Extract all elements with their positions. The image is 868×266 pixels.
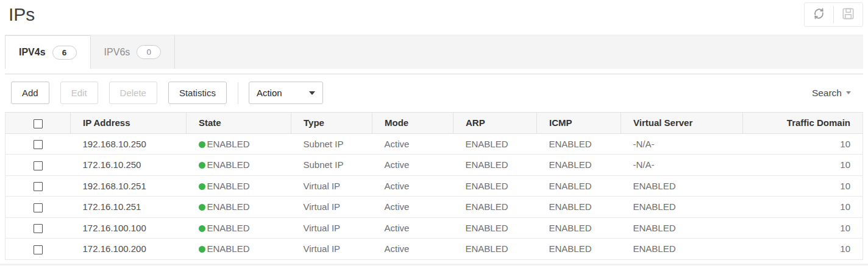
cell-arp: ENABLED — [454, 239, 537, 260]
cell-virtual-server: -N/A- — [621, 133, 743, 155]
cell-mode: Active — [372, 239, 454, 260]
table-row: 172.16.10.250 ENABLED Subnet IP Active E… — [5, 155, 863, 176]
edit-button[interactable]: Edit — [60, 82, 98, 104]
cell-traffic-domain: 10 — [743, 239, 863, 260]
cell-arp: ENABLED — [454, 155, 537, 176]
content-panel: Add Edit Delete Statistics Action Search… — [5, 74, 863, 260]
search-label: Search — [812, 88, 842, 99]
cell-traffic-domain: 10 — [743, 155, 863, 176]
save-icon — [841, 7, 855, 23]
cell-traffic-domain: 10 — [743, 133, 863, 155]
select-all-header — [5, 113, 71, 134]
cell-icmp: ENABLED — [537, 217, 621, 239]
state-enabled-dot — [199, 141, 205, 148]
cell-state: ENABLED — [187, 197, 291, 218]
cell-virtual-server: ENABLED — [621, 217, 743, 239]
cell-virtual-server: ENABLED — [621, 175, 743, 197]
search-toggle[interactable]: Search — [812, 88, 857, 99]
column-header-traffic-domain[interactable]: Traffic Domain — [743, 113, 863, 134]
add-button[interactable]: Add — [11, 82, 49, 104]
row-checkbox[interactable] — [34, 161, 43, 170]
search-chevron-down-icon — [846, 91, 851, 94]
ip-table: IP Address State Type Mode ARP ICMP Virt… — [5, 112, 863, 260]
table-row: 172.16.10.251 ENABLED Virtual IP Active … — [5, 197, 863, 218]
cell-state: ENABLED — [187, 175, 291, 197]
cell-type: Subnet IP — [291, 155, 372, 176]
action-dropdown[interactable]: Action — [249, 82, 323, 104]
column-header-ip-address[interactable]: IP Address — [71, 113, 187, 134]
cell-state: ENABLED — [187, 155, 291, 176]
cell-arp: ENABLED — [454, 197, 537, 218]
column-header-mode[interactable]: Mode — [372, 113, 454, 134]
state-enabled-dot — [199, 183, 205, 190]
table-row: 172.16.100.200 ENABLED Virtual IP Active… — [5, 239, 863, 260]
cell-mode: Active — [372, 197, 454, 218]
cell-type: Virtual IP — [291, 217, 372, 239]
save-button[interactable] — [834, 3, 863, 26]
select-all-checkbox[interactable] — [34, 119, 43, 128]
state-enabled-dot — [199, 162, 205, 169]
cell-ip-address: 172.16.10.250 — [71, 155, 187, 176]
cell-mode: Active — [372, 175, 454, 197]
chevron-down-icon — [309, 91, 315, 95]
state-enabled-dot — [199, 246, 205, 253]
refresh-icon — [812, 7, 826, 23]
row-checkbox[interactable] — [34, 140, 43, 149]
tab-ipv4s[interactable]: IPV4s 6 — [5, 35, 91, 69]
row-checkbox[interactable] — [34, 182, 43, 191]
column-header-arp[interactable]: ARP — [454, 113, 537, 134]
cell-traffic-domain: 10 — [743, 217, 863, 239]
cell-arp: ENABLED — [454, 217, 537, 239]
cell-ip-address: 172.16.10.251 — [71, 197, 187, 218]
cell-traffic-domain: 10 — [743, 197, 863, 218]
cell-type: Virtual IP — [291, 239, 372, 260]
row-checkbox[interactable] — [34, 245, 43, 254]
row-checkbox[interactable] — [34, 224, 43, 233]
cell-icmp: ENABLED — [537, 197, 621, 218]
toolbar: Add Edit Delete Statistics Action Search — [5, 74, 863, 112]
cell-arp: ENABLED — [454, 133, 537, 155]
cell-mode: Active — [372, 133, 454, 155]
tab-ipv6s-count-badge: 0 — [137, 45, 161, 59]
cell-state: ENABLED — [187, 217, 291, 239]
table-row: 192.168.10.250 ENABLED Subnet IP Active … — [5, 133, 863, 155]
cell-icmp: ENABLED — [537, 133, 621, 155]
toolbar-divider — [238, 82, 238, 104]
statistics-button[interactable]: Statistics — [168, 82, 227, 104]
column-header-type[interactable]: Type — [291, 113, 372, 134]
state-enabled-dot — [199, 204, 205, 211]
cell-icmp: ENABLED — [537, 155, 621, 176]
cell-traffic-domain: 10 — [743, 175, 863, 197]
tab-ipv4s-label: IPV4s — [19, 47, 46, 58]
cell-virtual-server: -N/A- — [621, 155, 743, 176]
table-header-row: IP Address State Type Mode ARP ICMP Virt… — [5, 113, 863, 134]
cell-icmp: ENABLED — [537, 175, 621, 197]
cell-state: ENABLED — [187, 239, 291, 260]
cell-ip-address: 192.168.10.251 — [71, 175, 187, 197]
tab-ipv6s-label: IPV6s — [104, 47, 130, 58]
page-title: IPs — [9, 2, 35, 26]
cell-arp: ENABLED — [454, 175, 537, 197]
table-row: 172.16.100.100 ENABLED Virtual IP Active… — [5, 217, 863, 239]
tab-strip: IPV4s 6 IPV6s 0 — [5, 35, 863, 69]
tab-ipv4s-count-badge: 6 — [52, 46, 77, 60]
cell-virtual-server: ENABLED — [621, 197, 743, 218]
delete-button[interactable]: Delete — [109, 82, 157, 104]
action-dropdown-label: Action — [257, 88, 282, 98]
cell-mode: Active — [372, 155, 454, 176]
column-header-icmp[interactable]: ICMP — [537, 113, 621, 134]
cell-ip-address: 192.168.10.250 — [71, 133, 187, 155]
column-header-state[interactable]: State — [187, 113, 291, 134]
cell-ip-address: 172.16.100.100 — [71, 217, 187, 239]
cell-type: Subnet IP — [291, 133, 372, 155]
cell-state: ENABLED — [187, 133, 291, 155]
row-checkbox[interactable] — [34, 203, 43, 212]
bottom-scroll-track — [0, 264, 868, 265]
tab-ipv6s[interactable]: IPV6s 0 — [91, 35, 176, 69]
column-header-virtual-server[interactable]: Virtual Server — [621, 113, 743, 134]
cell-ip-address: 172.16.100.200 — [71, 239, 187, 260]
cell-virtual-server: ENABLED — [621, 239, 743, 260]
cell-type: Virtual IP — [291, 197, 372, 218]
app-header: IPs — [0, 0, 868, 35]
refresh-button[interactable] — [805, 3, 833, 26]
